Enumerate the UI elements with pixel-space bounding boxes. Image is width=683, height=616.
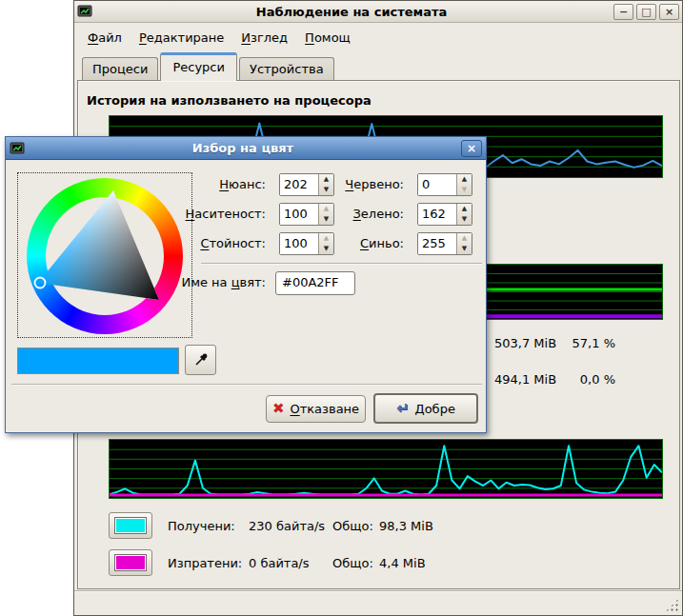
sent-total: 4,4 MiB	[379, 556, 426, 570]
maximize-icon: □	[641, 7, 651, 17]
main-titlebar[interactable]: Наблюдение на системата − □ ×	[74, 1, 682, 23]
cancel-button[interactable]: ✖ Отказване	[266, 395, 366, 423]
received-color-swatch	[114, 517, 147, 534]
red-spin-down-icon[interactable]: ▼	[457, 185, 472, 195]
eyedropper-button[interactable]	[185, 345, 216, 375]
blue-label: Синьо:	[282, 236, 404, 250]
hue-label: Нюанс:	[113, 177, 266, 191]
sent-rate: 0 байта/s	[249, 556, 310, 570]
dialog-close-button[interactable]: ×	[461, 140, 482, 157]
tab-resources[interactable]: Ресурси	[160, 52, 237, 81]
cpu-history-title: История на използването на процесора	[87, 93, 372, 108]
close-icon: ×	[665, 7, 673, 17]
received-color-button[interactable]	[109, 512, 152, 539]
minimize-button[interactable]: −	[613, 4, 633, 20]
maximize-button[interactable]: □	[636, 4, 656, 20]
minimize-icon: −	[619, 7, 628, 17]
dialog-title: Избор на цвят	[25, 141, 461, 155]
hsv-triangle[interactable]	[18, 173, 193, 339]
green-spin-up-icon[interactable]: ▲	[457, 204, 472, 214]
swap-percent-value: 0,0 %	[558, 372, 615, 387]
sent-total-label: Общо:	[332, 556, 373, 570]
green-spinbox[interactable]: 162 ▲▼	[417, 203, 472, 226]
swap-total-value: 494,1 MiB	[494, 372, 556, 387]
ok-button[interactable]: ↵ Добре	[373, 393, 478, 424]
ok-button-label: Добре	[415, 402, 455, 416]
menu-edit[interactable]: Редактиране	[131, 27, 232, 49]
red-spinbox[interactable]: 0 ▲▼	[417, 173, 472, 196]
green-spin-down-icon[interactable]: ▼	[457, 214, 472, 225]
app-icon	[77, 4, 92, 19]
cancel-icon: ✖	[272, 402, 285, 416]
memory-total-value: 503,7 MiB	[494, 336, 556, 350]
saturation-label: Наситеност:	[113, 207, 266, 221]
blue-input[interactable]: 255	[418, 233, 456, 254]
current-color-swatch	[17, 348, 179, 374]
tab-bar: Процеси Ресурси Устройства	[82, 52, 336, 81]
sent-color-button[interactable]	[109, 549, 152, 576]
memory-percent-value: 57,1 %	[558, 336, 615, 350]
statusbar	[74, 590, 682, 615]
sent-color-swatch	[114, 554, 147, 571]
blue-spinbox[interactable]: 255 ▲▼	[417, 232, 472, 255]
value-label: Стойност:	[113, 236, 266, 250]
resize-grip[interactable]	[665, 598, 679, 612]
received-total: 98,3 MiB	[379, 519, 433, 533]
close-button[interactable]: ×	[659, 4, 679, 20]
dialog-titlebar[interactable]: Избор на цвят ×	[6, 137, 486, 160]
menu-help[interactable]: Помощ	[296, 27, 359, 49]
menu-file[interactable]: Файл	[79, 27, 131, 49]
red-spin-up-icon[interactable]: ▲	[457, 174, 472, 185]
color-name-input[interactable]: #00A2FF	[275, 271, 355, 295]
color-name-label: Име на цвят:	[113, 275, 266, 289]
color-wheel[interactable]	[17, 172, 192, 338]
color-picker-dialog: Избор на цвят ×	[5, 136, 487, 433]
green-input[interactable]: 162	[418, 204, 456, 225]
ok-icon: ↵	[396, 401, 409, 416]
dialog-app-icon	[10, 141, 25, 156]
green-label: Зелено:	[282, 207, 404, 221]
blue-spin-up-icon[interactable]: ▲	[457, 233, 472, 244]
menu-view[interactable]: Изглед	[232, 27, 296, 49]
red-label: Червено:	[282, 177, 404, 191]
sent-label: Изпратени:	[168, 556, 242, 570]
cancel-button-label: Отказване	[290, 402, 359, 416]
received-total-label: Общо:	[332, 519, 373, 533]
tab-devices[interactable]: Устройства	[239, 57, 334, 81]
dialog-close-icon: ×	[467, 143, 476, 154]
buttons-separator	[11, 384, 482, 386]
network-history-chart	[109, 439, 663, 499]
red-input[interactable]: 0	[418, 174, 456, 195]
received-rate: 230 байта/s	[249, 519, 325, 533]
eyedropper-icon	[192, 351, 210, 368]
hsv-rgb-separator	[201, 263, 482, 265]
tab-processes[interactable]: Процеси	[82, 57, 158, 81]
menubar: Файл Редактиране Изглед Помощ	[75, 24, 681, 50]
blue-spin-down-icon[interactable]: ▼	[457, 244, 472, 254]
received-label: Получени:	[168, 519, 235, 533]
window-title: Наблюдение на системата	[92, 5, 611, 19]
